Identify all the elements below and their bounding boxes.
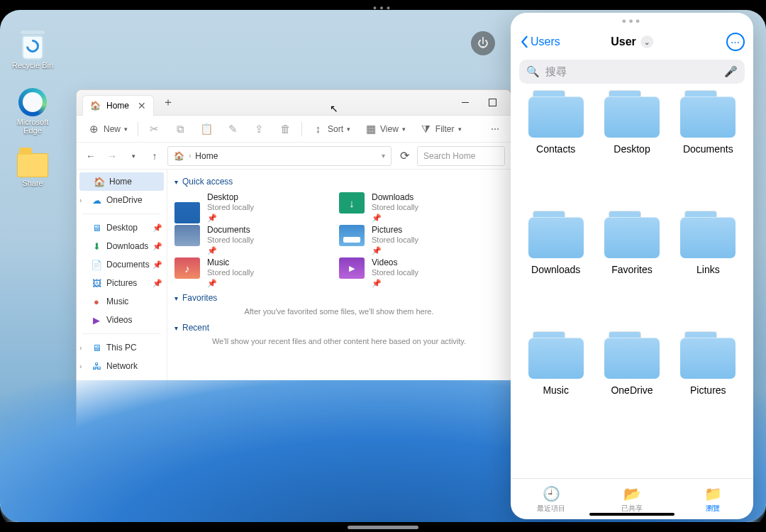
recent-empty-text: We'll show your recent files and other c… bbox=[174, 337, 504, 345]
filter-button[interactable]: ⧩Filter▾ bbox=[416, 120, 466, 138]
chevron-down-icon[interactable]: ▾ bbox=[382, 152, 385, 160]
tab-browse[interactable]: 📁瀏覽 bbox=[672, 479, 753, 519]
back-button[interactable]: Users bbox=[519, 35, 560, 48]
breadcrumb-bar[interactable]: 🏠 › Home ▾ bbox=[167, 146, 392, 166]
file-explorer-window: 🏠 Home ✕ ＋ ↖ ⊕ New ▾ ✂ ⧉ 📋 ✎ ⇪ 🗑 bbox=[76, 89, 511, 443]
desktop-icon-share[interactable]: Share bbox=[7, 153, 58, 187]
desktop-icon-recycle-bin[interactable]: Recycle Bin bbox=[7, 30, 58, 70]
more-button[interactable]: ⋯ bbox=[487, 121, 504, 137]
sidebar-item-thispc[interactable]: ›🖥This PC bbox=[77, 338, 167, 357]
folder-downloads[interactable]: DownloadsStored locally📌 bbox=[339, 191, 504, 223]
chevron-right-icon[interactable]: › bbox=[79, 362, 82, 370]
paste-button[interactable]: 📋 bbox=[196, 120, 217, 138]
sort-button[interactable]: ↕Sort▾ bbox=[308, 120, 355, 138]
cut-icon: ✂ bbox=[148, 123, 160, 135]
start-button[interactable] bbox=[270, 499, 287, 516]
minimize-button[interactable] bbox=[453, 93, 478, 113]
search-input[interactable]: Search Home bbox=[417, 146, 505, 166]
refresh-button[interactable]: ⟳ bbox=[396, 148, 413, 165]
up-button[interactable]: ↑ bbox=[146, 148, 163, 165]
music-icon: ● bbox=[91, 296, 102, 307]
home-icon: 🏠 bbox=[174, 151, 184, 161]
pin-icon: 📌 bbox=[152, 242, 162, 251]
desktop-icon-edge[interactable]: Microsoft Edge bbox=[7, 88, 58, 135]
folder-favorites[interactable]: Favorites bbox=[596, 217, 667, 311]
sidebar-item-videos[interactable]: ▶Videos bbox=[77, 311, 167, 329]
taskbar-store-icon[interactable]: 🛍 bbox=[477, 498, 496, 516]
folder-music[interactable]: MusicStored locally📌 bbox=[174, 256, 339, 289]
section-quick-access[interactable]: ▾Quick access bbox=[174, 177, 504, 187]
sidebar-item-music[interactable]: ●Music bbox=[77, 292, 167, 311]
forward-button[interactable]: → bbox=[104, 148, 121, 165]
sidebar-item-onedrive[interactable]: ›☁OneDrive bbox=[77, 191, 167, 209]
folder-desktop[interactable]: Desktop bbox=[596, 96, 667, 190]
system-tray[interactable]: M24 bbox=[753, 499, 760, 515]
pin-icon: 📌 bbox=[207, 246, 254, 255]
delete-button[interactable]: 🗑 bbox=[275, 120, 296, 138]
sidebar-item-desktop[interactable]: 🖥Desktop📌 bbox=[77, 218, 167, 237]
search-avatar-icon: 👑 bbox=[381, 502, 392, 512]
taskbar-edge-icon[interactable] bbox=[453, 498, 472, 516]
desktop-icon: 🖥 bbox=[91, 222, 102, 233]
tab-recents[interactable]: 🕘最近項目 bbox=[511, 479, 592, 519]
folder-onedrive[interactable]: OneDrive bbox=[596, 338, 667, 431]
section-recent[interactable]: ▾Recent bbox=[174, 323, 504, 333]
search-field[interactable]: 🔍 搜尋 🎤 bbox=[519, 60, 745, 84]
folder-documents[interactable]: Documents bbox=[673, 96, 743, 190]
chevron-right-icon[interactable]: › bbox=[79, 196, 82, 204]
taskbar-explorer-icon[interactable]: 📁 bbox=[429, 498, 448, 516]
window-tab-home[interactable]: 🏠 Home ✕ bbox=[82, 95, 154, 116]
view-button[interactable]: ▦View▾ bbox=[360, 120, 410, 138]
folder-desktop[interactable]: DesktopStored locally📌 bbox=[174, 191, 339, 223]
copy-button[interactable]: ⧉ bbox=[170, 120, 191, 138]
power-overlay-icon[interactable]: ⏻ bbox=[471, 31, 495, 55]
split-view-handle[interactable] bbox=[348, 526, 418, 529]
download-icon: ⬇ bbox=[91, 240, 102, 252]
favorites-empty-text: After you've favorited some files, we'll… bbox=[174, 307, 504, 316]
sidebar-item-home[interactable]: 🏠Home bbox=[79, 172, 164, 191]
dictate-icon[interactable]: 🎤 bbox=[724, 65, 738, 78]
plus-circle-icon: ⊕ bbox=[88, 123, 100, 135]
sidebar-item-network[interactable]: ›🖧Network bbox=[77, 357, 167, 375]
folder-downloads[interactable]: Downloads bbox=[521, 217, 591, 311]
chevron-down-icon: ▾ bbox=[174, 324, 178, 332]
view-icon: ▦ bbox=[365, 123, 377, 135]
close-tab-button[interactable]: ✕ bbox=[136, 100, 148, 111]
sidebar-item-pictures[interactable]: 🖼Pictures📌 bbox=[77, 274, 167, 292]
folder-documents[interactable]: DocumentsStored locally📌 bbox=[174, 223, 339, 256]
sidebar: 🏠Home ›☁OneDrive 🖥Desktop📌 ⬇Downloads📌 📄… bbox=[77, 170, 167, 442]
sheet-handle[interactable]: ●●● bbox=[511, 13, 753, 28]
shared-folder-icon: 📂 bbox=[623, 485, 641, 502]
history-button[interactable]: ▾ bbox=[125, 148, 142, 165]
folder-pictures[interactable]: Pictures bbox=[673, 338, 743, 431]
sidebar-item-documents[interactable]: 📄Documents📌 bbox=[77, 255, 167, 274]
sheet-title[interactable]: User ⌄ bbox=[611, 35, 653, 48]
taskbar-search[interactable]: 🔍 Search 👑 bbox=[293, 497, 399, 517]
title-bar[interactable]: 🏠 Home ✕ ＋ ↖ bbox=[77, 90, 511, 116]
taskbar-weather[interactable]: 1 27°C 晴時多雲 bbox=[6, 497, 67, 516]
icon-label: Microsoft Edge bbox=[7, 118, 58, 135]
folder-contacts[interactable]: Contacts bbox=[521, 96, 591, 190]
folder-links[interactable]: Links bbox=[673, 217, 743, 311]
folder-icon: 📁 bbox=[704, 485, 722, 502]
new-button[interactable]: ⊕ New ▾ bbox=[84, 120, 132, 138]
folder-videos[interactable]: VideosStored locally📌 bbox=[339, 256, 504, 289]
cut-button[interactable]: ✂ bbox=[144, 120, 165, 138]
back-button[interactable]: ← bbox=[82, 148, 99, 165]
folder-music[interactable]: Music bbox=[521, 338, 591, 431]
rename-button[interactable]: ✎ bbox=[223, 120, 243, 138]
weather-icon bbox=[6, 499, 21, 515]
home-indicator[interactable] bbox=[589, 513, 675, 516]
section-favorites[interactable]: ▾Favorites bbox=[174, 293, 504, 303]
chevron-right-icon[interactable]: › bbox=[79, 344, 82, 352]
filter-icon: ⧩ bbox=[420, 123, 432, 135]
more-button[interactable]: ⋯ bbox=[726, 33, 745, 51]
new-tab-button[interactable]: ＋ bbox=[158, 93, 178, 113]
share-button[interactable]: ⇪ bbox=[249, 120, 270, 138]
maximize-button[interactable] bbox=[479, 93, 505, 113]
folder-pictures[interactable]: PicturesStored locally📌 bbox=[339, 223, 504, 256]
document-icon: 📄 bbox=[91, 259, 102, 270]
status-bar: 6 items bbox=[167, 426, 511, 442]
sidebar-item-downloads[interactable]: ⬇Downloads📌 bbox=[77, 237, 167, 255]
task-view-button[interactable]: ⧉ bbox=[405, 498, 423, 516]
